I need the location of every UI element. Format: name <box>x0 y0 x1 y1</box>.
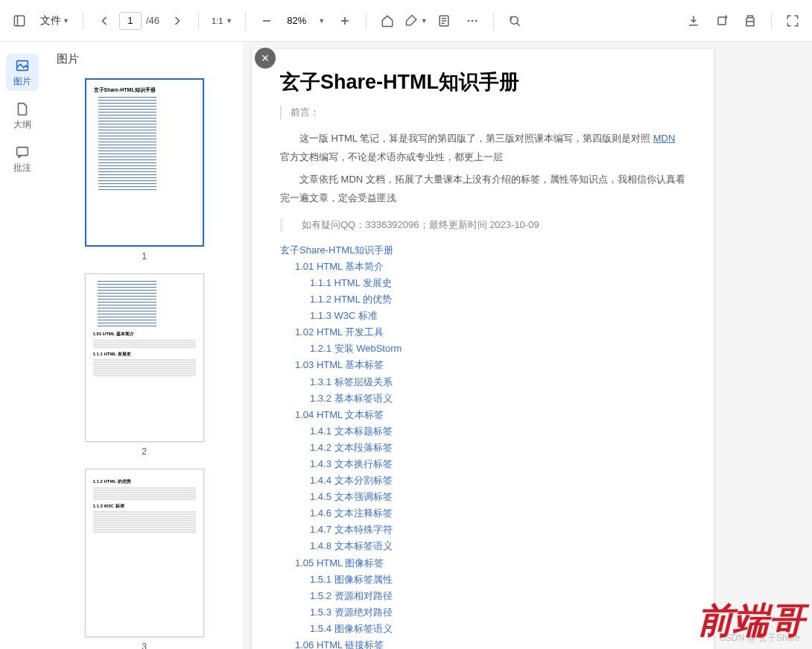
next-page-button[interactable] <box>164 7 191 34</box>
fit-mode-select[interactable]: 1:1▼ <box>206 10 238 31</box>
page-total-label: /46 <box>143 15 162 26</box>
sidebar-tab-label: 图片 <box>13 75 31 88</box>
sidebar-tab-label: 批注 <box>13 162 31 174</box>
toc-link[interactable]: 1.1.2 HTML 的优势 <box>310 291 685 308</box>
sidebar-tab-annot[interactable]: 批注 <box>6 140 39 177</box>
main-toolbar: 文件▼ /46 1:1▼ 82%▼ ▼ <box>0 0 812 42</box>
fit-mode-label: 1:1 <box>212 16 223 25</box>
toc-link[interactable]: 1.2.1 安装 WebStorm <box>310 341 685 357</box>
chevron-down-icon: ▼ <box>421 17 428 25</box>
toc-link[interactable]: 1.1.3 W3C 标准 <box>310 308 685 324</box>
separator <box>493 12 494 30</box>
chevron-down-icon: ▼ <box>63 17 69 25</box>
separator <box>83 12 83 30</box>
doc-title: 玄子Share-HTML知识手册 <box>280 69 685 95</box>
document-viewport: 玄子Share-HTML知识手册 前言： 这一版 HTML 笔记，算是我写的第四… <box>244 42 812 649</box>
svg-rect-19 <box>17 147 28 155</box>
thumbnails-list[interactable]: 玄子Share-HTML知识手册11.01 HTML 基本简介1.1.1 HTM… <box>45 74 244 649</box>
comment-icon <box>14 144 31 160</box>
svg-rect-0 <box>14 16 24 25</box>
svg-line-13 <box>517 22 520 25</box>
thumbnail-number: 1 <box>142 247 147 269</box>
main-area: 图片 大纲 批注 图片 玄子Share-HTML知识手册11.01 HTML 基… <box>0 42 812 649</box>
thumbnail[interactable]: 1.01 HTML 基本简介1.1.1 HTML 发展史2 <box>85 273 204 464</box>
toc-link[interactable]: 1.3.1 标签层级关系 <box>310 374 685 390</box>
thumbnail[interactable]: 1.1.2 HTML 的优势1.1.3 W3C 标准3 <box>85 469 204 649</box>
sidebar-tab-label: 大纲 <box>13 118 31 131</box>
toc-link[interactable]: 1.5.4 图像标签语义 <box>310 621 685 637</box>
zoom-in-button[interactable] <box>332 7 358 34</box>
doc-paragraph: 这一版 HTML 笔记，算是我写的第四版了，第三版对照课本编写，第四版则是对照 … <box>280 130 685 166</box>
sidebar-toggle-button[interactable] <box>6 7 33 34</box>
contact-info: 如有疑问QQ：3336392096；最终更新时间 2023-10-09 <box>280 218 685 232</box>
separator <box>245 12 246 30</box>
svg-rect-17 <box>746 21 754 25</box>
file-menu-label: 文件 <box>40 14 61 28</box>
text-tool-button[interactable] <box>431 7 457 34</box>
toc-link[interactable]: 1.3.2 基本标签语义 <box>310 390 685 407</box>
toc-link[interactable]: 1.05 HTML 图像标签 <box>295 555 685 572</box>
separator <box>366 12 367 30</box>
print-button[interactable] <box>737 7 764 34</box>
toc-link[interactable]: 1.04 HTML 文本标签 <box>295 407 685 423</box>
zoom-out-button[interactable] <box>253 7 280 34</box>
home-button[interactable] <box>374 7 401 34</box>
toc-link[interactable]: 玄子Share-HTML知识手册 <box>280 242 685 259</box>
sidebar-tab-images[interactable]: 图片 <box>6 54 39 91</box>
toc-link[interactable]: 1.02 HTML 开发工具 <box>295 324 685 341</box>
chevron-down-icon: ▼ <box>226 17 232 25</box>
document-page: 玄子Share-HTML知识手册 前言： 这一版 HTML 笔记，算是我写的第四… <box>252 49 714 649</box>
toc-link[interactable]: 1.4.2 文本段落标签 <box>310 440 685 456</box>
toc-link[interactable]: 1.01 HTML 基本简介 <box>295 259 685 275</box>
toc-link[interactable]: 1.03 HTML 基本标签 <box>295 357 685 373</box>
toc-link[interactable]: 1.4.1 文本标题标签 <box>310 423 685 440</box>
image-icon <box>14 57 31 74</box>
rotate-button[interactable] <box>708 7 735 34</box>
toc-link[interactable]: 1.5.1 图像标签属性 <box>310 572 685 588</box>
toc-link[interactable]: 1.5.3 资源绝对路径 <box>310 604 685 621</box>
toc-link[interactable]: 1.4.8 文本标签语义 <box>310 538 685 554</box>
chevron-down-icon: ▼ <box>318 17 325 25</box>
zoom-level-select[interactable]: 82%▼ <box>282 10 330 31</box>
toc-link[interactable]: 1.4.4 文本分割标签 <box>310 472 685 489</box>
svg-point-11 <box>475 19 478 22</box>
toc-link[interactable]: 1.06 HTML 链接标签 <box>295 637 685 649</box>
svg-point-9 <box>468 19 470 22</box>
fullscreen-button[interactable] <box>779 7 806 34</box>
more-button[interactable] <box>459 7 486 34</box>
page-number-input[interactable] <box>119 12 142 30</box>
prev-page-button[interactable] <box>91 7 118 34</box>
highlight-button[interactable]: ▼ <box>402 7 429 34</box>
toc-link[interactable]: 1.4.6 文本注释标签 <box>310 505 685 522</box>
toc-link[interactable]: 1.1.1 HTML 发展史 <box>310 275 685 291</box>
close-panel-button[interactable]: × <box>255 48 276 69</box>
document-icon <box>14 101 31 117</box>
thumbnails-panel: 图片 玄子Share-HTML知识手册11.01 HTML 基本简介1.1.1 … <box>45 42 244 649</box>
svg-point-10 <box>472 19 474 22</box>
toc-link[interactable]: 1.4.5 文本强调标签 <box>310 489 685 505</box>
svg-rect-16 <box>718 17 726 25</box>
thumbnails-header: 图片 <box>45 42 244 74</box>
toc-link[interactable]: 1.4.3 文本换行标签 <box>310 456 685 472</box>
zoom-level-label: 82% <box>287 15 315 26</box>
download-button[interactable] <box>680 7 707 34</box>
doc-paragraph: 文章依托 MDN 文档，拓展了大量课本上没有介绍的标签，属性等知识点，我相信你认… <box>280 171 685 207</box>
thumbnail-number: 2 <box>142 442 147 464</box>
search-button[interactable] <box>501 7 528 34</box>
preface-label: 前言： <box>280 106 685 119</box>
left-sidebar: 图片 大纲 批注 <box>0 42 45 649</box>
toc-link[interactable]: 1.5.2 资源相对路径 <box>310 588 685 604</box>
thumbnail[interactable]: 玄子Share-HTML知识手册1 <box>85 78 204 269</box>
separator <box>771 12 772 30</box>
toc-link[interactable]: 1.4.7 文本特殊字符 <box>310 522 685 538</box>
sidebar-tab-outline[interactable]: 大纲 <box>6 97 39 134</box>
file-menu[interactable]: 文件▼ <box>34 7 75 34</box>
thumbnail-number: 3 <box>142 637 147 649</box>
document-scroll[interactable]: 玄子Share-HTML知识手册 前言： 这一版 HTML 笔记，算是我写的第四… <box>244 42 812 649</box>
separator <box>198 12 199 30</box>
mdn-link[interactable]: MDN <box>653 133 676 144</box>
table-of-contents: 玄子Share-HTML知识手册1.01 HTML 基本简介1.1.1 HTML… <box>280 242 685 649</box>
